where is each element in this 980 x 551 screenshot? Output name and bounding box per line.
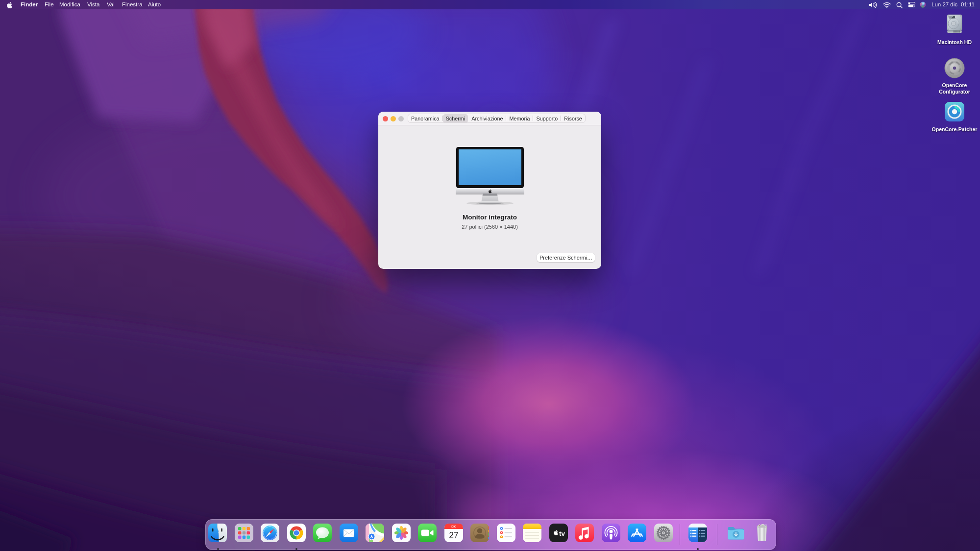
svg-text:tv: tv <box>559 530 565 537</box>
svg-text:27: 27 <box>449 530 458 540</box>
svg-text:DIC: DIC <box>451 525 456 528</box>
